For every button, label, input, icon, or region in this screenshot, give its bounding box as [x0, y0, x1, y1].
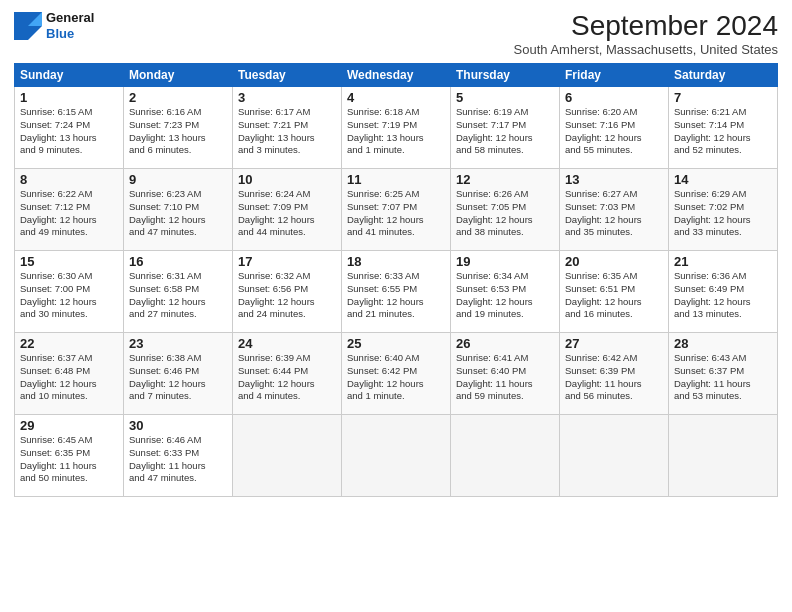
day-number: 12 — [456, 172, 554, 187]
day-info: Sunrise: 6:19 AM Sunset: 7:17 PM Dayligh… — [456, 106, 554, 157]
logo: General Blue — [14, 10, 94, 41]
logo-icon — [14, 12, 42, 40]
calendar-cell: 7Sunrise: 6:21 AM Sunset: 7:14 PM Daylig… — [669, 87, 778, 169]
day-info: Sunrise: 6:34 AM Sunset: 6:53 PM Dayligh… — [456, 270, 554, 321]
day-number: 30 — [129, 418, 227, 433]
calendar-week-row: 29Sunrise: 6:45 AM Sunset: 6:35 PM Dayli… — [15, 415, 778, 497]
calendar-cell: 12Sunrise: 6:26 AM Sunset: 7:05 PM Dayli… — [451, 169, 560, 251]
day-number: 11 — [347, 172, 445, 187]
weekday-header: Sunday — [15, 64, 124, 87]
day-info: Sunrise: 6:39 AM Sunset: 6:44 PM Dayligh… — [238, 352, 336, 403]
calendar-week-row: 8Sunrise: 6:22 AM Sunset: 7:12 PM Daylig… — [15, 169, 778, 251]
day-number: 15 — [20, 254, 118, 269]
calendar-cell: 17Sunrise: 6:32 AM Sunset: 6:56 PM Dayli… — [233, 251, 342, 333]
day-info: Sunrise: 6:41 AM Sunset: 6:40 PM Dayligh… — [456, 352, 554, 403]
title-block: September 2024 South Amherst, Massachuse… — [514, 10, 778, 57]
day-info: Sunrise: 6:30 AM Sunset: 7:00 PM Dayligh… — [20, 270, 118, 321]
calendar-cell: 22Sunrise: 6:37 AM Sunset: 6:48 PM Dayli… — [15, 333, 124, 415]
day-number: 1 — [20, 90, 118, 105]
day-number: 24 — [238, 336, 336, 351]
page: General Blue September 2024 South Amhers… — [0, 0, 792, 612]
calendar-cell: 26Sunrise: 6:41 AM Sunset: 6:40 PM Dayli… — [451, 333, 560, 415]
calendar-cell: 23Sunrise: 6:38 AM Sunset: 6:46 PM Dayli… — [124, 333, 233, 415]
day-number: 9 — [129, 172, 227, 187]
day-number: 25 — [347, 336, 445, 351]
calendar-cell: 10Sunrise: 6:24 AM Sunset: 7:09 PM Dayli… — [233, 169, 342, 251]
day-number: 13 — [565, 172, 663, 187]
day-info: Sunrise: 6:25 AM Sunset: 7:07 PM Dayligh… — [347, 188, 445, 239]
day-info: Sunrise: 6:43 AM Sunset: 6:37 PM Dayligh… — [674, 352, 772, 403]
day-number: 7 — [674, 90, 772, 105]
calendar-week-row: 1Sunrise: 6:15 AM Sunset: 7:24 PM Daylig… — [15, 87, 778, 169]
weekday-header: Wednesday — [342, 64, 451, 87]
calendar-cell: 13Sunrise: 6:27 AM Sunset: 7:03 PM Dayli… — [560, 169, 669, 251]
day-info: Sunrise: 6:33 AM Sunset: 6:55 PM Dayligh… — [347, 270, 445, 321]
day-info: Sunrise: 6:32 AM Sunset: 6:56 PM Dayligh… — [238, 270, 336, 321]
day-info: Sunrise: 6:46 AM Sunset: 6:33 PM Dayligh… — [129, 434, 227, 485]
day-number: 18 — [347, 254, 445, 269]
calendar-cell — [560, 415, 669, 497]
day-info: Sunrise: 6:45 AM Sunset: 6:35 PM Dayligh… — [20, 434, 118, 485]
calendar-cell: 25Sunrise: 6:40 AM Sunset: 6:42 PM Dayli… — [342, 333, 451, 415]
calendar-cell: 24Sunrise: 6:39 AM Sunset: 6:44 PM Dayli… — [233, 333, 342, 415]
calendar-cell: 21Sunrise: 6:36 AM Sunset: 6:49 PM Dayli… — [669, 251, 778, 333]
day-info: Sunrise: 6:27 AM Sunset: 7:03 PM Dayligh… — [565, 188, 663, 239]
day-number: 16 — [129, 254, 227, 269]
svg-rect-0 — [14, 12, 28, 40]
calendar-week-row: 22Sunrise: 6:37 AM Sunset: 6:48 PM Dayli… — [15, 333, 778, 415]
day-info: Sunrise: 6:17 AM Sunset: 7:21 PM Dayligh… — [238, 106, 336, 157]
day-number: 5 — [456, 90, 554, 105]
calendar-cell: 30Sunrise: 6:46 AM Sunset: 6:33 PM Dayli… — [124, 415, 233, 497]
calendar-cell: 3Sunrise: 6:17 AM Sunset: 7:21 PM Daylig… — [233, 87, 342, 169]
day-number: 10 — [238, 172, 336, 187]
day-number: 26 — [456, 336, 554, 351]
logo-text: General Blue — [46, 10, 94, 41]
calendar-week-row: 15Sunrise: 6:30 AM Sunset: 7:00 PM Dayli… — [15, 251, 778, 333]
day-number: 3 — [238, 90, 336, 105]
weekday-header: Tuesday — [233, 64, 342, 87]
day-info: Sunrise: 6:31 AM Sunset: 6:58 PM Dayligh… — [129, 270, 227, 321]
day-info: Sunrise: 6:18 AM Sunset: 7:19 PM Dayligh… — [347, 106, 445, 157]
day-number: 23 — [129, 336, 227, 351]
day-number: 19 — [456, 254, 554, 269]
day-info: Sunrise: 6:35 AM Sunset: 6:51 PM Dayligh… — [565, 270, 663, 321]
day-number: 22 — [20, 336, 118, 351]
day-number: 28 — [674, 336, 772, 351]
header: General Blue September 2024 South Amhers… — [14, 10, 778, 57]
day-info: Sunrise: 6:29 AM Sunset: 7:02 PM Dayligh… — [674, 188, 772, 239]
day-number: 29 — [20, 418, 118, 433]
day-number: 8 — [20, 172, 118, 187]
day-info: Sunrise: 6:36 AM Sunset: 6:49 PM Dayligh… — [674, 270, 772, 321]
day-number: 2 — [129, 90, 227, 105]
day-info: Sunrise: 6:22 AM Sunset: 7:12 PM Dayligh… — [20, 188, 118, 239]
weekday-header: Saturday — [669, 64, 778, 87]
day-info: Sunrise: 6:23 AM Sunset: 7:10 PM Dayligh… — [129, 188, 227, 239]
day-info: Sunrise: 6:16 AM Sunset: 7:23 PM Dayligh… — [129, 106, 227, 157]
calendar-table: SundayMondayTuesdayWednesdayThursdayFrid… — [14, 63, 778, 497]
day-info: Sunrise: 6:20 AM Sunset: 7:16 PM Dayligh… — [565, 106, 663, 157]
calendar-cell: 27Sunrise: 6:42 AM Sunset: 6:39 PM Dayli… — [560, 333, 669, 415]
day-info: Sunrise: 6:37 AM Sunset: 6:48 PM Dayligh… — [20, 352, 118, 403]
calendar-cell: 20Sunrise: 6:35 AM Sunset: 6:51 PM Dayli… — [560, 251, 669, 333]
calendar-cell — [342, 415, 451, 497]
calendar-cell: 15Sunrise: 6:30 AM Sunset: 7:00 PM Dayli… — [15, 251, 124, 333]
calendar-cell: 16Sunrise: 6:31 AM Sunset: 6:58 PM Dayli… — [124, 251, 233, 333]
calendar-cell — [669, 415, 778, 497]
calendar-cell: 11Sunrise: 6:25 AM Sunset: 7:07 PM Dayli… — [342, 169, 451, 251]
day-number: 21 — [674, 254, 772, 269]
calendar-cell: 5Sunrise: 6:19 AM Sunset: 7:17 PM Daylig… — [451, 87, 560, 169]
calendar-cell: 8Sunrise: 6:22 AM Sunset: 7:12 PM Daylig… — [15, 169, 124, 251]
calendar-cell: 9Sunrise: 6:23 AM Sunset: 7:10 PM Daylig… — [124, 169, 233, 251]
calendar-cell: 4Sunrise: 6:18 AM Sunset: 7:19 PM Daylig… — [342, 87, 451, 169]
weekday-header: Friday — [560, 64, 669, 87]
day-number: 4 — [347, 90, 445, 105]
calendar-cell: 2Sunrise: 6:16 AM Sunset: 7:23 PM Daylig… — [124, 87, 233, 169]
weekday-header: Thursday — [451, 64, 560, 87]
day-info: Sunrise: 6:26 AM Sunset: 7:05 PM Dayligh… — [456, 188, 554, 239]
day-number: 17 — [238, 254, 336, 269]
day-info: Sunrise: 6:21 AM Sunset: 7:14 PM Dayligh… — [674, 106, 772, 157]
month-title: September 2024 — [514, 10, 778, 42]
day-number: 14 — [674, 172, 772, 187]
calendar-cell: 18Sunrise: 6:33 AM Sunset: 6:55 PM Dayli… — [342, 251, 451, 333]
calendar-cell: 6Sunrise: 6:20 AM Sunset: 7:16 PM Daylig… — [560, 87, 669, 169]
